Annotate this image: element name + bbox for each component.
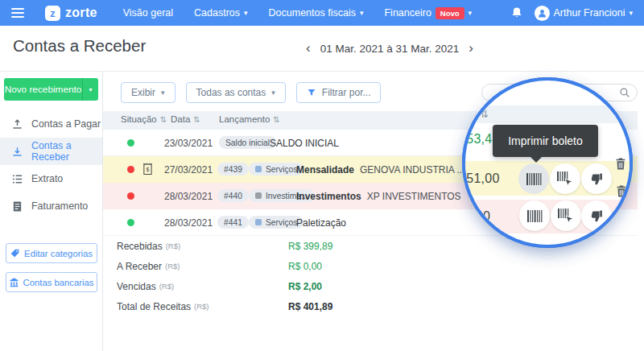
bell-icon[interactable] [510,6,523,19]
tag-icon [255,166,262,172]
search-icon[interactable] [619,87,630,98]
filter-icon [307,88,316,97]
nav-documentos-fiscais[interactable]: Documentos fiscais ▾ [269,7,364,19]
page-title: Contas a Receber [13,36,146,56]
imprimir-boleto-tooltip: Imprimir boleto [493,125,598,157]
chevron-down-icon: ▾ [244,10,248,17]
accounts-dropdown[interactable]: Todas as contas ▾ [186,82,286,103]
summary-value: R$ 0,00 [288,261,322,272]
sidebar-item-faturamento[interactable]: Faturamento [0,192,102,220]
entry-number-badge: #441 [217,216,249,229]
print-boleto-button[interactable] [518,163,549,194]
summary-vencidas: Vencidas(R$) R$ 2,00 [103,276,638,296]
header-right: Arthur Francioni ▾ [510,6,633,21]
main-content: Exibir ▾ Todas as contas ▾ Filtrar por..… [103,72,644,351]
table-toolbar: Exibir ▾ Todas as contas ▾ Filtrar por..… [121,82,381,103]
sidebar-item-extrato[interactable]: Extrato [0,165,102,192]
sidebar: Novo recebimento ▾ Contas a Pagar Contas… [0,72,103,351]
date-range-nav: ‹ 01 Mar. 2021 à 31 Mar. 2021 › [304,39,475,58]
entry-number-badge: #439 [217,163,249,176]
col-data[interactable]: Data ⇅ [171,114,200,124]
next-period-button[interactable]: › [467,40,475,56]
prev-period-button[interactable]: ‹ [304,40,312,56]
nav-cadastros[interactable]: Cadastros ▾ [194,7,248,19]
send-boleto-button[interactable] [551,200,581,231]
top-bar: z zorte Visão geral Cadastros ▾ Document… [0,0,644,26]
magnified-table-header [465,105,630,123]
title-bar: Contas a Receber ‹ 01 Mar. 2021 à 31 Mar… [0,26,644,71]
status-dot-paid [127,139,134,147]
status-dot-overdue [127,192,134,200]
chevron-down-icon: ▾ [360,10,364,17]
saldo-inicial-badge: Saldo inicial [219,136,276,149]
sort-icon: ⇅ [480,108,489,120]
entry-number-badge: #440 [217,189,249,202]
sort-icon: ⇅ [193,115,200,124]
summary-a-receber: A Receber(R$) R$ 0,00 [103,256,638,276]
upload-tray-icon [11,118,23,130]
list-icon [11,173,23,185]
download-tray-icon [11,146,23,158]
invoice-icon: $ [142,163,153,176]
new-receipt-button[interactable]: Novo recebimento ▾ [4,78,98,101]
edit-categories-button[interactable]: Editar categorias [6,243,97,263]
filter-button[interactable]: Filtrar por... [296,82,382,103]
nav-visao-geral[interactable]: Visão geral [123,7,173,19]
document-icon [11,200,23,213]
summary-value: R$ 2,00 [288,281,322,292]
chevron-down-icon: ▾ [271,89,275,97]
thumbs-down-button[interactable] [581,163,612,194]
user-menu[interactable]: Arthur Francioni ▾ [535,6,633,21]
status-dot-overdue [127,166,134,173]
status-dot-paid [127,219,134,226]
sidebar-item-contas-a-pagar[interactable]: Contas a Pagar [0,110,102,138]
exibir-dropdown[interactable]: Exibir ▾ [121,82,175,103]
sidebar-item-contas-a-receber[interactable]: Contas a Receber [0,138,102,165]
sort-icon: ⇅ [273,115,279,124]
send-boleto-button[interactable] [550,163,580,194]
nav-financeiro[interactable]: Financeiro Novo ▾ [384,7,472,19]
col-situacao[interactable]: Situação ⇅ [121,114,167,124]
app-logo[interactable]: z zorte [45,6,97,21]
svg-text:$: $ [147,167,150,172]
sort-icon: ⇅ [160,115,167,124]
brand-name: zorte [65,6,97,20]
summary-value: R$ 401,89 [288,301,332,312]
tag-icon [255,192,262,199]
chevron-down-icon: ▾ [469,10,473,17]
logo-icon: z [45,6,60,21]
bank-accounts-button[interactable]: Contas bancarias [6,272,97,292]
print-boleto-button[interactable] [519,200,550,231]
date-range-label: 01 Mar. 2021 à 31 Mar. 2021 [320,43,460,55]
user-name: Arthur Francioni [554,7,625,19]
summary-total: Total de Receitas(R$) R$ 401,89 [103,296,638,316]
tag-icon [10,248,20,258]
top-nav: Visão geral Cadastros ▾ Documentos fisca… [123,7,472,19]
totals-summary: Recebidas(R$) R$ 399,89 A Receber(R$) R$… [103,236,638,316]
menu-icon[interactable] [11,8,24,18]
summary-value: R$ 399,89 [288,241,332,252]
delete-icon[interactable] [614,157,627,171]
bank-icon [9,277,19,287]
chevron-down-icon[interactable]: ▾ [82,78,98,101]
chevron-down-icon: ▾ [161,89,165,97]
avatar [535,6,550,21]
magnified-value-439: 251,00 [465,171,500,186]
chevron-down-icon: ▾ [629,10,633,17]
magnifier-circle: ⇅ 353,45 251,00 ,00 Imprimir [465,81,630,245]
tag-icon [255,219,262,225]
novo-badge: Novo [436,7,464,19]
col-lancamento[interactable]: Lançamento ⇅ [219,114,280,124]
sidebar-actions: Editar categorias Contas bancarias [0,243,102,292]
